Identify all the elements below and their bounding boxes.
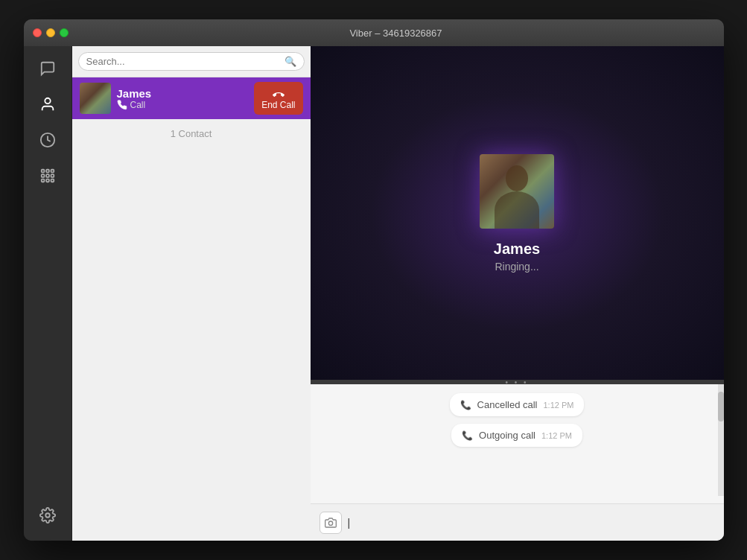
scroll-indicator[interactable] xyxy=(718,384,724,496)
svg-rect-2 xyxy=(41,170,44,173)
search-bar: 🔍 xyxy=(72,46,311,77)
call-contact-name: James xyxy=(117,87,249,100)
svg-rect-3 xyxy=(46,170,49,173)
call-status-text: Call xyxy=(130,100,146,110)
chat-messages: 📞 Cancelled call 1:12 PM 📞 Outgoing call… xyxy=(311,384,724,503)
contact-panel: 🔍 James Call xyxy=(72,46,311,541)
active-call-view: James Ringing... xyxy=(311,46,724,380)
svg-rect-9 xyxy=(46,179,49,182)
call-info: James Call xyxy=(117,87,249,110)
caller-photo-image xyxy=(480,154,554,229)
svg-rect-5 xyxy=(41,174,44,177)
window-title: Viber – 34619326867 xyxy=(77,28,715,39)
svg-rect-8 xyxy=(41,179,44,182)
traffic-lights xyxy=(33,28,69,37)
svg-rect-7 xyxy=(51,174,54,177)
minimize-button[interactable] xyxy=(46,28,55,37)
sidebar xyxy=(24,46,72,541)
chat-input-bar xyxy=(311,503,724,541)
close-button[interactable] xyxy=(33,28,42,37)
sidebar-item-chats[interactable] xyxy=(31,52,64,85)
search-input[interactable] xyxy=(86,56,285,67)
call-icon-1: 📞 xyxy=(460,400,471,410)
call-icon-2: 📞 xyxy=(462,430,473,441)
caller-name: James xyxy=(494,241,540,258)
message-bubble-2: 📞 Outgoing call 1:12 PM xyxy=(451,424,582,447)
svg-point-11 xyxy=(45,513,50,518)
svg-rect-4 xyxy=(51,170,54,173)
call-avatar-image xyxy=(80,83,111,114)
camera-button[interactable] xyxy=(320,512,342,534)
svg-rect-6 xyxy=(46,174,49,177)
end-call-button[interactable]: End Call xyxy=(254,82,302,115)
app-window: Viber – 34619326867 xyxy=(24,19,724,541)
sidebar-item-contacts[interactable] xyxy=(31,88,64,121)
message-time-2: 1:12 PM xyxy=(541,431,572,440)
call-avatar xyxy=(80,83,111,114)
caller-photo xyxy=(480,154,554,229)
chat-area: 📞 Cancelled call 1:12 PM 📞 Outgoing call… xyxy=(311,384,724,541)
search-input-wrapper[interactable]: 🔍 xyxy=(78,52,305,71)
message-time-1: 1:12 PM xyxy=(543,401,573,410)
sidebar-item-recents[interactable] xyxy=(31,124,64,156)
maximize-button[interactable] xyxy=(60,28,69,37)
end-call-label: End Call xyxy=(261,100,295,110)
main-content: 🔍 James Call xyxy=(24,46,724,541)
scroll-thumb xyxy=(718,392,724,421)
message-bubble-1: 📞 Cancelled call 1:12 PM xyxy=(450,393,585,416)
message-input[interactable] xyxy=(348,517,715,529)
message-text-1: Cancelled call xyxy=(477,399,538,410)
contact-count: 1 Contact xyxy=(72,119,311,148)
svg-point-12 xyxy=(328,521,332,525)
active-call-item[interactable]: James Call End Call xyxy=(72,77,311,119)
caller-status: Ringing... xyxy=(495,261,538,273)
svg-point-0 xyxy=(45,98,50,104)
message-text-2: Outgoing call xyxy=(479,430,535,441)
search-icon: 🔍 xyxy=(285,56,296,67)
call-status-label: Call xyxy=(117,100,249,110)
title-bar: Viber – 34619326867 xyxy=(24,19,724,46)
svg-rect-10 xyxy=(51,179,54,182)
call-panel: James Ringing... • • • 📞 Cancelled call … xyxy=(311,46,724,541)
sidebar-item-dialpad[interactable] xyxy=(31,159,64,192)
sidebar-item-settings[interactable] xyxy=(31,499,64,532)
